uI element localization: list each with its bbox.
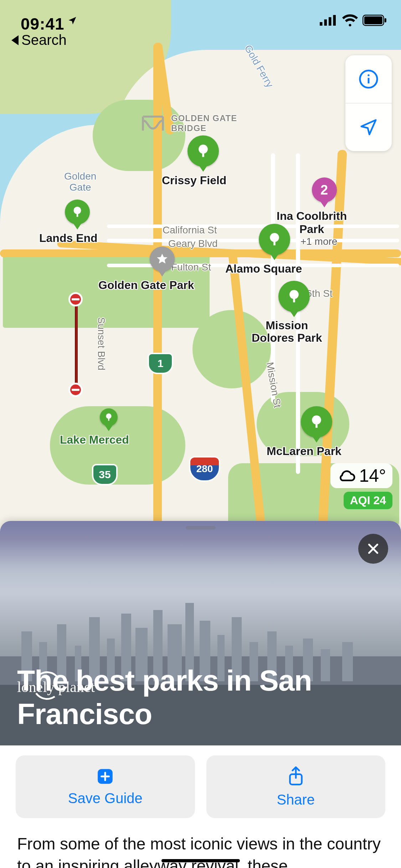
plus-icon [96, 768, 114, 785]
svg-rect-16 [324, 20, 327, 26]
svg-point-0 [73, 207, 81, 214]
map-canvas[interactable]: Golden Gate GOLDEN GATE BRIDGE Gold Ferr… [0, 0, 401, 527]
svg-rect-15 [320, 22, 323, 26]
guide-hero: lonely planet The best parks in San Fran… [0, 521, 401, 743]
pin-lake-merced[interactable]: Lake Merced [88, 408, 129, 446]
no-entry-icon [68, 292, 83, 306]
location-services-icon [67, 16, 77, 26]
pin-crissy-field[interactable]: Crissy Field [180, 135, 226, 187]
sheet-grabber[interactable] [186, 526, 216, 529]
svg-rect-1 [77, 213, 78, 217]
cloud-icon [337, 469, 356, 483]
svg-point-10 [106, 413, 111, 419]
guide-sheet[interactable]: lonely planet The best parks in San Fran… [0, 521, 401, 868]
svg-rect-5 [273, 241, 276, 246]
close-button[interactable] [358, 534, 388, 564]
route-shield-1: 1 [148, 353, 173, 374]
battery-icon [363, 15, 387, 26]
save-guide-button[interactable]: Save Guide [16, 755, 195, 818]
aqi-badge: AQI 24 [344, 492, 392, 509]
pin-mission-dolores[interactable]: Mission Dolores Park [266, 281, 322, 344]
back-chevron-icon [11, 35, 19, 45]
svg-point-6 [289, 290, 299, 299]
share-label: Share [277, 792, 315, 808]
route-shield-280: 280 [189, 456, 220, 482]
location-arrow-icon [359, 118, 378, 137]
map-label-bridge: GOLDEN GATE BRIDGE [171, 113, 237, 133]
route-shield-35: 35 [92, 464, 118, 485]
map-controls [345, 55, 392, 151]
svg-rect-20 [364, 16, 382, 24]
map-label-golden-gate: Golden Gate [64, 171, 96, 193]
locate-button[interactable] [345, 103, 392, 151]
svg-rect-7 [293, 298, 295, 303]
map-label-sunset: Sunset Blvd [96, 317, 107, 370]
share-button[interactable]: Share [206, 755, 386, 818]
close-icon [366, 542, 380, 556]
svg-rect-9 [315, 423, 318, 428]
svg-point-2 [199, 145, 208, 154]
no-entry-icon [68, 383, 83, 397]
pin-golden-gate-park[interactable]: Golden Gate Park [130, 247, 194, 292]
svg-rect-21 [385, 18, 386, 22]
pin-sublabel: +1 more [291, 236, 347, 247]
cellular-icon [320, 15, 338, 26]
bridge-icon [140, 113, 165, 133]
pin-label: Lands End [39, 232, 98, 245]
svg-rect-18 [333, 15, 336, 26]
back-label: Search [21, 32, 67, 48]
pin-lands-end[interactable]: Lands End [57, 200, 98, 245]
svg-point-14 [367, 74, 369, 76]
map-label-california: California St [163, 224, 217, 236]
info-icon [358, 69, 379, 89]
pin-mclaren[interactable]: McLaren Park [292, 406, 341, 458]
guide-title: The best parks in San Francisco [17, 664, 384, 730]
home-indicator[interactable] [161, 859, 240, 862]
pin-label: Ina Coolbrith Park [277, 210, 347, 236]
weather-widget[interactable]: 14° AQI 24 [330, 463, 392, 509]
svg-point-8 [312, 415, 321, 425]
pin-label: Golden Gate Park [98, 279, 194, 292]
wifi-icon [342, 14, 358, 26]
pin-label: Alamo Square [225, 262, 302, 275]
pin-label: Mission Dolores Park [252, 319, 322, 344]
pin-label: McLaren Park [267, 445, 341, 458]
svg-rect-3 [202, 153, 204, 157]
share-icon [287, 766, 305, 787]
info-button[interactable] [345, 55, 392, 103]
status-time: 09:41 [21, 14, 65, 33]
svg-rect-17 [329, 17, 331, 26]
temperature: 14° [359, 465, 386, 486]
pin-label: Lake Merced [60, 433, 129, 446]
back-to-search[interactable]: Search [11, 32, 67, 48]
save-label: Save Guide [68, 790, 143, 806]
svg-rect-11 [108, 418, 109, 421]
pin-cluster-2[interactable]: 2 Ina Coolbrith Park +1 more [302, 177, 347, 247]
pin-label: Crissy Field [162, 174, 226, 187]
